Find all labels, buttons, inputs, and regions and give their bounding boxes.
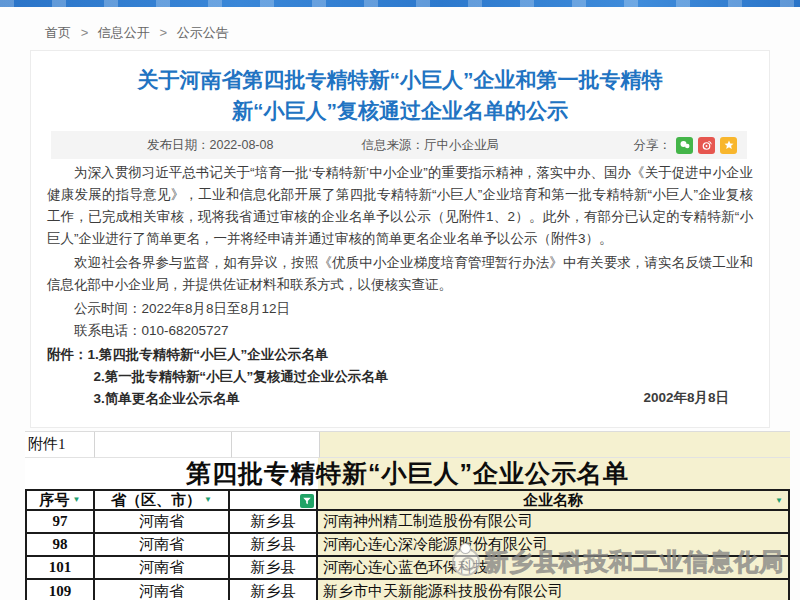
favorite-star-icon[interactable]	[720, 137, 737, 154]
info-source: 信息来源：厅中小企业局	[361, 137, 499, 154]
publish-date-label: 发布日期：	[147, 138, 210, 152]
table-row: 97 河南省 新乡县 河南神州精工制造股份有限公司	[27, 511, 788, 534]
cell-province: 河南省	[95, 557, 230, 580]
share-group: 分享：	[634, 137, 738, 154]
table-row: 101 河南省 新乡县 河南心连心蓝色环保科技	[27, 557, 788, 580]
attachment1-table-image: 附件1 第四批专精特新“小巨人”企业公示名单 序号▼ 省（区、市）▼	[25, 431, 790, 600]
page: 首页 > 信息公开 > 公示公告 关于河南省第四批专精特新“小巨人”企业和第一批…	[0, 0, 800, 600]
empty-cell	[232, 432, 320, 458]
info-source-label: 信息来源：	[361, 138, 424, 152]
breadcrumb-info-disclosure[interactable]: 信息公开	[98, 25, 150, 40]
table-title: 第四批专精特新“小巨人”企业公示名单	[25, 458, 790, 489]
public-time-line: 公示时间：2022年8月8日至8月12日	[47, 298, 753, 320]
article-container: 关于河南省第四批专精特新“小巨人”企业和第一批专精特 新“小巨人”复核通过企业名…	[30, 50, 770, 428]
cell-seq: 98	[27, 534, 95, 557]
breadcrumb-announcements[interactable]: 公示公告	[177, 25, 229, 40]
article-meta-bar: 发布日期：2022-08-08 信息来源：厅中小企业局 分享：	[51, 131, 747, 159]
filter-dropdown-icon: ▼	[204, 496, 212, 504]
paragraph-1: 为深入贯彻习近平总书记关于“培育一批‘专精特新’中小企业”的重要指示精神，落实中…	[47, 162, 753, 250]
site-nav-bar-edge	[0, 0, 800, 7]
phone-line: 联系电话：010-68205727	[47, 320, 753, 342]
active-filter-funnel-icon	[300, 494, 314, 508]
paragraph-2: 欢迎社会各界参与监督，如有异议，按照《优质中小企业梯度培育管理暂行办法》中有关要…	[47, 252, 753, 296]
cell-seq: 101	[27, 557, 95, 580]
cell-province: 河南省	[95, 511, 230, 534]
company-table: 序号▼ 省（区、市）▼ 企业名称▼ 97 河南省 新乡县	[25, 489, 790, 600]
header-seq-label: 序号	[40, 491, 70, 510]
filter-dropdown-icon: ▼	[775, 497, 783, 505]
breadcrumb-separator: >	[81, 25, 89, 40]
cell-county: 新乡县	[230, 580, 318, 600]
cell-county: 新乡县	[230, 557, 318, 580]
header-province: 省（区、市）▼	[95, 491, 230, 511]
cell-company: 新乡市中天新能源科技股份有限公司	[318, 580, 788, 600]
weibo-share-icon[interactable]	[698, 137, 715, 154]
cell-company: 河南神州精工制造股份有限公司	[318, 511, 788, 534]
publish-date: 发布日期：2022-08-08	[147, 137, 273, 154]
table-row: 98 河南省 新乡县 河南心连心深冷能源股份有限公司	[27, 534, 788, 557]
attachments-label: 附件：	[47, 347, 88, 362]
empty-yellow-cell	[320, 432, 790, 458]
header-company-label: 企业名称	[523, 491, 583, 510]
cell-company: 河南心连心深冷能源股份有限公司	[318, 534, 788, 557]
page-title-line1: 关于河南省第四批专精特新“小巨人”企业和第一批专精特	[89, 64, 711, 95]
attachment-line-1: 附件：1.第四批专精特新“小巨人”企业公示名单	[47, 344, 753, 366]
header-province-label: 省（区、市）	[111, 491, 201, 510]
spreadsheet-top-rows: 附件1 第四批专精特新“小巨人”企业公示名单	[25, 431, 790, 489]
cell-company: 河南心连心蓝色环保科技	[318, 557, 788, 580]
header-company: 企业名称▼	[318, 491, 788, 511]
attachment-item-2[interactable]: 2.第一批专精特新“小巨人”复核通过企业公示名单	[47, 366, 753, 388]
cell-province: 河南省	[95, 580, 230, 600]
publish-date-value: 2022-08-08	[210, 138, 274, 152]
breadcrumb: 首页 > 信息公开 > 公示公告	[45, 24, 229, 42]
breadcrumb-home[interactable]: 首页	[45, 25, 71, 40]
page-title: 关于河南省第四批专精特新“小巨人”企业和第一批专精特 新“小巨人”复核通过企业名…	[31, 64, 769, 126]
breadcrumb-separator: >	[159, 25, 167, 40]
info-source-value: 厅中小企业局	[424, 138, 499, 152]
cell-seq: 109	[27, 580, 95, 600]
share-label: 分享：	[634, 137, 672, 154]
wechat-share-icon[interactable]	[676, 137, 693, 154]
filter-dropdown-icon: ▼	[73, 496, 81, 504]
table-header-row: 序号▼ 省（区、市）▼ 企业名称▼	[27, 491, 788, 511]
cell-province: 河南省	[95, 534, 230, 557]
header-seq: 序号▼	[27, 491, 95, 511]
cell-seq: 97	[27, 511, 95, 534]
attachment1-label-cell: 附件1	[25, 432, 95, 458]
sign-date: 2002年8月8日	[643, 389, 729, 407]
page-title-line2: 新“小巨人”复核通过企业名单的公示	[89, 95, 711, 126]
cell-county: 新乡县	[230, 511, 318, 534]
cell-county: 新乡县	[230, 534, 318, 557]
article-body: 为深入贯彻习近平总书记关于“培育一批‘专精特新’中小企业”的重要指示精神，落实中…	[47, 162, 753, 410]
empty-cell	[95, 432, 232, 458]
header-county	[230, 491, 318, 511]
attachment-item-1[interactable]: 1.第四批专精特新“小巨人”企业公示名单	[88, 347, 329, 362]
table-row: 109 河南省 新乡县 新乡市中天新能源科技股份有限公司	[27, 580, 788, 600]
